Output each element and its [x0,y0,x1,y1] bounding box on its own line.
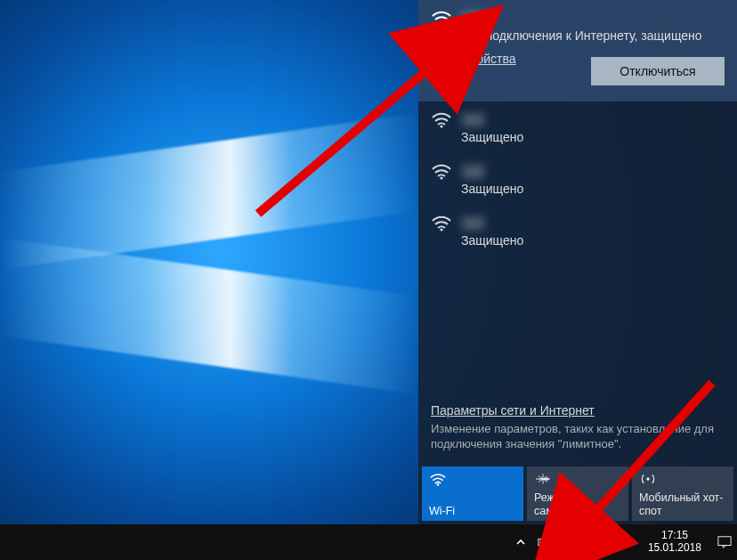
network-settings-desc: Изменение параметров, таких как установл… [431,421,725,452]
wifi-secure-icon [431,162,452,180]
tile-hotspot[interactable]: Мобильный хот-спот [632,467,733,521]
network-item[interactable]: — Защищено [418,205,737,256]
network-flyout: — Нет подключения к Интернету, защищено … [418,0,737,524]
svg-point-3 [440,228,442,231]
svg-rect-8 [540,540,549,544]
network-ssid: — [461,112,485,127]
volume-muted-icon[interactable] [587,534,603,550]
network-list: — Нет подключения к Интернету, защищено … [418,0,737,398]
network-settings-link[interactable]: Параметры сети и Интернет [431,403,725,418]
network-status: Защищено [461,182,725,196]
language-indicator[interactable]: РУС [612,536,634,548]
network-status: Защищено [461,233,725,248]
svg-point-9 [570,546,572,548]
hotspot-icon [639,472,726,488]
tile-label: Wi-Fi [429,505,516,517]
svg-point-2 [440,176,442,179]
taskbar: ! РУС 17:15 15.01.2018 [0,524,737,560]
svg-rect-12 [718,537,731,546]
network-item[interactable]: — Защищено [418,153,737,205]
wifi-icon [431,9,452,27]
network-status: Защищено [461,130,725,144]
system-tray: ! РУС [513,534,634,550]
svg-rect-7 [551,540,553,544]
network-properties-link[interactable]: Свойства [461,52,515,66]
svg-point-1 [440,125,442,127]
wifi-secure-icon [431,110,452,128]
tile-airplane[interactable]: Режим "в самолете" [527,467,628,521]
desktop: — Нет подключения к Интернету, защищено … [0,0,737,560]
wallpaper-light [0,238,418,394]
svg-point-4 [437,483,440,486]
wifi-icon [429,472,516,488]
svg-point-5 [646,477,650,481]
svg-point-0 [440,23,442,26]
network-settings-area[interactable]: Параметры сети и Интернет Изменение пара… [418,398,737,463]
tile-wifi[interactable]: Wi-Fi [422,467,523,521]
network-ssid: — [461,215,485,231]
wifi-tray-icon[interactable]: ! [563,534,579,550]
network-ssid: — [461,11,485,26]
wifi-secure-icon [431,214,452,231]
disconnect-button[interactable]: Отключиться [591,57,725,85]
battery-icon[interactable] [538,534,554,550]
taskbar-clock[interactable]: 17:15 15.01.2018 [643,530,707,555]
tray-chevron-up-icon[interactable] [513,534,529,550]
airplane-icon [534,472,621,488]
network-item-selected[interactable]: — Нет подключения к Интернету, защищено … [418,0,737,101]
action-center-icon[interactable] [716,534,733,550]
quick-action-tiles: Wi-Fi Режим "в самолете" [418,463,737,524]
tile-label: Режим "в самолете" [534,491,621,517]
network-item[interactable]: — Защищено [418,101,737,153]
date-text: 15.01.2018 [648,542,701,555]
network-ssid: — [461,164,485,179]
time-text: 17:15 [648,530,701,542]
tile-label: Мобильный хот-спот [639,491,726,517]
network-status: Нет подключения к Интернету, защищено [461,28,725,43]
